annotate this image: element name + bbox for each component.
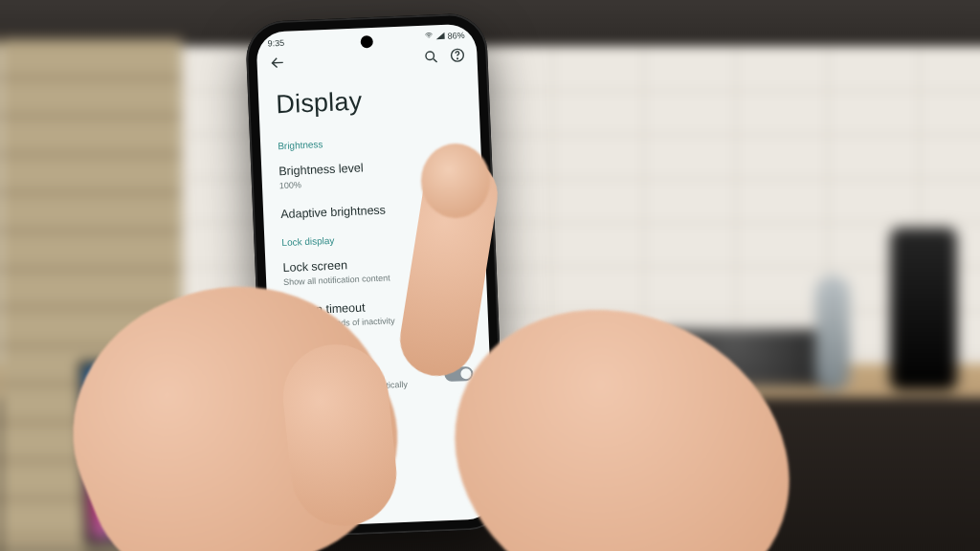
photo-scene: 9:35 86% xyxy=(0,0,980,551)
right-fingertip xyxy=(421,143,490,218)
svg-point-2 xyxy=(457,57,457,58)
status-battery: 86% xyxy=(447,30,464,40)
svg-point-0 xyxy=(425,51,434,59)
camera-punch-hole xyxy=(360,35,373,49)
page-title: Display xyxy=(257,62,480,136)
back-icon[interactable] xyxy=(268,54,286,72)
signal-icon xyxy=(435,33,444,39)
search-icon[interactable] xyxy=(421,47,439,65)
wifi-icon xyxy=(424,31,433,41)
status-time: 9:35 xyxy=(268,37,285,48)
help-icon[interactable] xyxy=(448,46,466,64)
